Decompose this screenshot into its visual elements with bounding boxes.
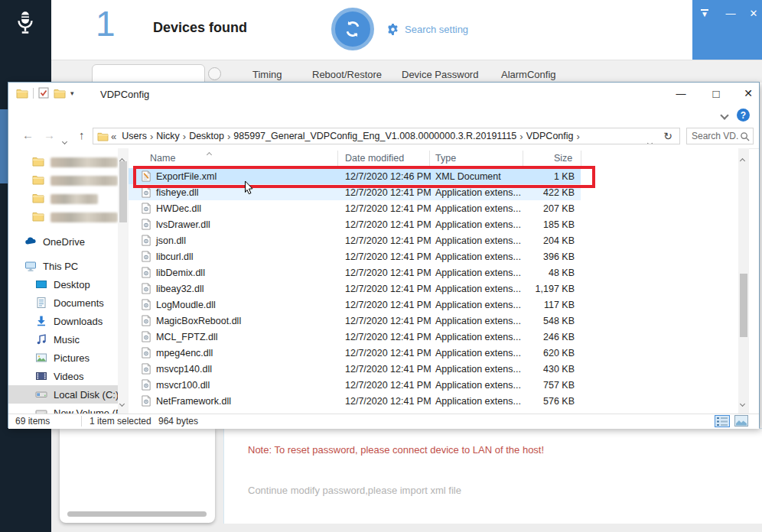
microphone-icon[interactable] — [14, 11, 37, 37]
file-row[interactable]: HWDec.dll12/7/2020 12:41 PMApplication e… — [129, 200, 581, 216]
app-tab-device-password[interactable]: Device Password — [402, 69, 478, 80]
sidebar-item-onedrive[interactable]: OneDrive — [8, 232, 118, 251]
music-icon — [35, 333, 47, 345]
refresh-devices-button[interactable] — [331, 8, 374, 50]
reset-password-note: Note: To reset password, please connect … — [248, 444, 544, 456]
sidebar-pinned-folder[interactable] — [8, 153, 118, 171]
sidebar-item-this-pc[interactable]: This PC — [8, 257, 118, 275]
column-header-date[interactable]: Date modified — [345, 153, 404, 164]
help-icon[interactable]: ? — [737, 109, 750, 122]
file-date-modified: 12/7/2020 12:41 PM — [345, 284, 431, 294]
back-button[interactable]: ← — [22, 128, 34, 141]
dll-file-icon — [141, 331, 151, 342]
dll-file-icon — [141, 219, 151, 230]
properties-check-icon[interactable] — [38, 87, 49, 99]
breadcrumb-segment[interactable]: VDPConfig — [523, 131, 577, 141]
explorer-minimize-button[interactable]: — — [668, 83, 694, 104]
file-row[interactable]: libcurl.dll12/7/2020 12:41 PMApplication… — [129, 248, 581, 264]
breadcrumb-segment[interactable]: 985997_General_VDPConfig_Eng_V1.008.0000… — [230, 131, 519, 141]
file-name: NetFramework.dll — [156, 396, 231, 407]
details-view-button[interactable] — [715, 415, 730, 427]
file-row[interactable]: libeay32.dll12/7/2020 12:41 PMApplicatio… — [129, 281, 581, 297]
sidebar-pinned-folder[interactable] — [8, 208, 118, 226]
qat-customize-icon[interactable]: ▾ — [70, 89, 74, 97]
navpane-scrollbar-thumb[interactable] — [119, 161, 127, 222]
file-list-scrollbar[interactable] — [738, 148, 749, 414]
file-row[interactable]: NetFramework.dll12/7/2020 12:41 PMApplic… — [129, 393, 581, 409]
breadcrumb-segment[interactable]: Desktop — [186, 131, 227, 141]
horizontal-scrollbar[interactable] — [67, 511, 207, 517]
search-setting-label[interactable]: Search setting — [405, 24, 468, 35]
file-row[interactable]: msvcr100.dll12/7/2020 12:41 PMApplicatio… — [129, 377, 581, 393]
sidebar-item-pictures[interactable]: Pictures — [8, 349, 118, 367]
sidebar-item-videos[interactable]: Videos — [8, 367, 118, 385]
scroll-down-icon[interactable] — [119, 401, 125, 407]
file-row[interactable]: ExportFile.xml12/7/2020 12:46 PMXML Docu… — [129, 168, 581, 184]
file-row[interactable]: fisheye.dll12/7/2020 12:41 PMApplication… — [129, 184, 581, 200]
file-size: 48 KB — [482, 268, 575, 278]
file-list-scrollbar-thumb[interactable] — [740, 274, 747, 337]
app-tab-alarmconfig[interactable]: AlarmConfig — [501, 69, 556, 80]
local-disk-icon — [35, 388, 47, 401]
folder-icon — [32, 211, 44, 223]
sidebar-item-new-volume-d[interactable]: New Volume (D: — [8, 404, 118, 414]
address-dropdown-icon[interactable] — [648, 135, 652, 144]
sidebar-item-local-disk-c[interactable]: Local Disk (C:) — [8, 385, 118, 404]
recent-locations-icon[interactable] — [63, 133, 67, 146]
address-bar[interactable]: « Users›Nicky›Desktop›985997_General_VDP… — [93, 128, 657, 144]
sidebar-pinned-folder[interactable] — [8, 171, 118, 190]
breadcrumb-overflow[interactable]: « — [109, 131, 119, 142]
file-size: 620 KB — [482, 348, 575, 358]
scroll-up-icon[interactable] — [740, 158, 745, 164]
file-name: libcurl.dll — [156, 251, 194, 262]
file-name: MCL_FPTZ.dll — [156, 332, 218, 342]
file-name: msvcp140.dll — [156, 364, 212, 375]
explorer-maximize-button[interactable]: □ — [703, 83, 729, 104]
sidebar-item-desktop[interactable]: Desktop — [8, 275, 118, 294]
column-header-size[interactable]: Size — [554, 153, 572, 164]
sidebar-item-documents[interactable]: Documents — [8, 294, 118, 312]
column-header-name[interactable]: Name — [150, 153, 175, 164]
selection-size: 964 bytes — [158, 416, 198, 427]
explorer-search-input[interactable] — [687, 130, 740, 142]
address-folder-icon — [97, 131, 109, 141]
file-row[interactable]: lvsDrawer.dll12/7/2020 12:41 PMApplicati… — [129, 216, 581, 232]
refresh-button[interactable]: ↻ — [656, 128, 680, 144]
app-minimize-button[interactable]: — — [723, 6, 738, 20]
sidebar-item-label: Downloads — [54, 316, 103, 327]
column-header-type[interactable]: Type — [435, 153, 456, 164]
breadcrumb-segment[interactable]: Nicky — [153, 131, 183, 141]
breadcrumb-chevron-icon[interactable]: › — [577, 131, 580, 142]
ribbon-expand-icon[interactable] — [720, 111, 728, 119]
app-close-button[interactable]: ✕ — [746, 6, 761, 20]
file-row[interactable]: LogMoudle.dll12/7/2020 12:41 PMApplicati… — [129, 297, 581, 313]
app-tab-timing[interactable]: Timing — [252, 69, 282, 80]
up-button[interactable]: ↑ — [79, 128, 85, 141]
sidebar-item-music[interactable]: Music — [8, 330, 118, 349]
explorer-titlebar[interactable]: ▾ VDPConfig — □ ✕ — [8, 83, 759, 105]
scroll-down-icon[interactable] — [740, 401, 745, 407]
file-row[interactable]: MCL_FPTZ.dll12/7/2020 12:41 PMApplicatio… — [129, 329, 581, 345]
navpane-scrollbar[interactable] — [118, 148, 129, 414]
explorer-search-box[interactable] — [686, 128, 754, 144]
file-row[interactable]: json.dll12/7/2020 12:41 PMApplication ex… — [129, 232, 581, 248]
search-setting-gear-icon[interactable] — [386, 23, 399, 36]
explorer-close-button[interactable]: ✕ — [735, 83, 761, 104]
item-count: 69 items — [15, 416, 50, 427]
app-collapse-button[interactable]: ▼ — [697, 6, 712, 20]
file-row[interactable]: mpeg4enc.dll12/7/2020 12:41 PMApplicatio… — [129, 345, 581, 361]
file-row[interactable]: libDemix.dll12/7/2020 12:41 PMApplicatio… — [129, 264, 581, 281]
file-row[interactable]: MagicBoxReboot.dll12/7/2020 12:41 PMAppl… — [129, 313, 581, 329]
breadcrumb-segment[interactable]: Users — [119, 131, 150, 141]
file-date-modified: 12/7/2020 12:46 PM — [345, 171, 431, 182]
app-tab-reboot-restore[interactable]: Reboot/Restore — [312, 69, 382, 80]
forward-button[interactable]: → — [44, 128, 55, 141]
dll-file-icon — [141, 187, 151, 198]
sidebar-pinned-folder[interactable] — [8, 190, 118, 208]
new-folder-icon[interactable] — [54, 88, 66, 99]
sidebar-item-downloads[interactable]: Downloads — [8, 312, 118, 330]
thumbnails-view-button[interactable] — [734, 415, 750, 427]
file-row[interactable]: msvcp140.dll12/7/2020 12:41 PMApplicatio… — [129, 361, 581, 377]
search-icon[interactable] — [740, 131, 750, 141]
file-date-modified: 12/7/2020 12:41 PM — [345, 396, 431, 407]
